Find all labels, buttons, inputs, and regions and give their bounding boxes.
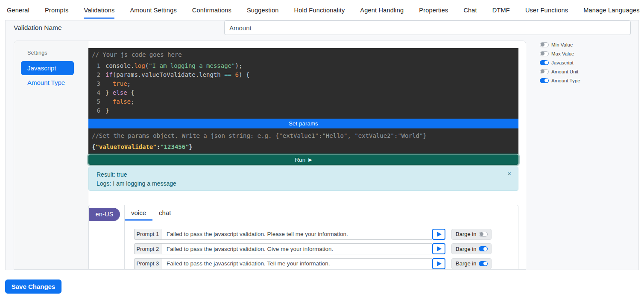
toggle-knob xyxy=(544,61,548,64)
switch-label: Min Value xyxy=(551,42,573,47)
result-text: Result: true xyxy=(97,170,505,179)
nav-tab-properties[interactable]: Properties xyxy=(419,0,448,20)
switch-max-value[interactable] xyxy=(540,51,549,56)
validation-name-input[interactable] xyxy=(224,20,631,35)
toggle-knob xyxy=(480,232,483,236)
play-prompt-button[interactable] xyxy=(432,258,445,269)
prompt-label: Prompt 1 xyxy=(134,229,161,240)
prompt-row: Prompt 3Barge in xyxy=(134,258,518,269)
set-params-button[interactable]: Set params xyxy=(88,119,518,128)
editor-placeholder-comment: // Your js code goes here xyxy=(92,50,515,59)
prompt-tab-voice[interactable]: voice xyxy=(125,205,152,221)
javascript-tab-content: // Your js code goes here 1console.log("… xyxy=(88,41,526,269)
prompt-tab-chat[interactable]: chat xyxy=(152,205,177,221)
line-number: 3 xyxy=(92,79,100,88)
barge-in-label: Barge in xyxy=(456,260,476,267)
prompt-input[interactable] xyxy=(161,258,432,269)
switch-row: Amount Type xyxy=(540,76,638,85)
prompt-label: Prompt 2 xyxy=(134,243,161,254)
switch-label: Max Value xyxy=(551,51,574,56)
alert-close-icon[interactable]: × xyxy=(507,170,511,178)
barge-in-group: Barge in xyxy=(451,258,492,269)
nav-tab-dtmf[interactable]: DTMF xyxy=(492,0,510,20)
settings-card: Settings JavascriptAmount Type // Your j… xyxy=(14,41,526,270)
run-play-icon: ▶ xyxy=(308,157,312,162)
sidebar-item-amount-type[interactable]: Amount Type xyxy=(21,78,74,87)
toggle-knob xyxy=(541,43,544,47)
language-badge[interactable]: en-US xyxy=(89,208,120,221)
sidebar-item-javascript[interactable]: Javascript xyxy=(21,61,74,75)
code-line-6: 6} xyxy=(92,106,515,115)
toggle-knob xyxy=(541,52,544,55)
line-number: 5 xyxy=(92,97,100,106)
switch-amount-type[interactable] xyxy=(540,78,549,83)
switch-row: Max Value xyxy=(540,49,638,58)
prompt-input[interactable] xyxy=(161,243,432,254)
nav-tab-confirmations[interactable]: Confirmations xyxy=(192,0,231,20)
nav-tab-general[interactable]: General xyxy=(7,0,29,20)
barge-in-group: Barge in xyxy=(451,229,492,240)
switch-javascript[interactable] xyxy=(540,60,549,65)
validation-switches-column: Min ValueMax ValueJavascriptAmount UnitA… xyxy=(526,40,638,270)
nav-tab-suggestion[interactable]: Suggestion xyxy=(247,0,279,20)
toggle-knob xyxy=(483,262,487,265)
prompt-label: Prompt 3 xyxy=(134,258,161,269)
top-tab-bar: GeneralPromptsValidationsAmount Settings… xyxy=(0,0,644,20)
play-prompt-button[interactable] xyxy=(432,243,445,254)
switch-amount-unit[interactable] xyxy=(540,69,549,74)
toggle-knob xyxy=(541,70,544,73)
params-json-line: {"valueToValidate":"123456"} xyxy=(92,143,515,151)
nav-tab-chat[interactable]: Chat xyxy=(463,0,477,20)
code-line-3: 3 true; xyxy=(92,79,515,88)
code-line-4: 4} else { xyxy=(92,88,515,97)
barge-in-toggle[interactable] xyxy=(479,246,488,251)
switch-row: Javascript xyxy=(540,58,638,67)
line-number: 4 xyxy=(92,88,100,97)
play-icon xyxy=(437,261,442,266)
barge-in-toggle[interactable] xyxy=(479,232,488,237)
play-prompt-button[interactable] xyxy=(432,229,445,240)
line-number: 2 xyxy=(92,70,100,79)
nav-tab-manage-languages[interactable]: Manage Languages xyxy=(583,0,639,20)
prompt-row: Prompt 1Barge in xyxy=(134,229,518,240)
logs-text: Logs: I am logging a message xyxy=(97,179,505,188)
switch-label: Javascript xyxy=(551,60,574,65)
line-number: 6 xyxy=(92,106,100,115)
barge-in-toggle[interactable] xyxy=(479,261,488,266)
barge-in-label: Barge in xyxy=(456,231,476,237)
line-number: 1 xyxy=(92,61,100,70)
switch-label: Amount Unit xyxy=(551,69,578,74)
switch-label: Amount Type xyxy=(551,78,580,83)
barge-in-group: Barge in xyxy=(451,243,492,254)
prompts-panel: en-US voicechat Prompt 1Barge inPrompt 2… xyxy=(88,205,518,270)
nav-tab-hold-functionality[interactable]: Hold Functionality xyxy=(294,0,345,20)
prompts-column: voicechat Prompt 1Barge inPrompt 2Barge … xyxy=(125,205,518,270)
nav-tab-prompts[interactable]: Prompts xyxy=(45,0,68,20)
nav-tab-user-functions[interactable]: User Functions xyxy=(525,0,568,20)
validation-name-label: Validation Name xyxy=(6,20,224,35)
switch-min-value[interactable] xyxy=(540,42,549,47)
js-code-editor[interactable]: // Your js code goes here 1console.log("… xyxy=(88,48,518,119)
run-button[interactable]: Run▶ xyxy=(88,154,518,165)
nav-tab-amount-settings[interactable]: Amount Settings xyxy=(130,0,176,20)
play-icon xyxy=(437,246,442,251)
code-line-1: 1console.log("I am logging a message"); xyxy=(92,61,515,70)
settings-sidebar: Settings JavascriptAmount Type xyxy=(14,41,88,269)
validation-name-row: Validation Name xyxy=(6,20,638,35)
code-line-5: 5 false; xyxy=(92,97,515,106)
run-button-label: Run xyxy=(295,157,305,163)
save-changes-button[interactable]: Save Changes xyxy=(5,280,61,294)
toggle-knob xyxy=(483,247,487,251)
sidebar-heading: Settings xyxy=(27,50,88,56)
switch-row: Min Value xyxy=(540,40,638,49)
barge-in-label: Barge in xyxy=(456,246,476,252)
code-line-2: 2if(params.valueToValidate.length == 6) … xyxy=(92,70,515,79)
main-row: Settings JavascriptAmount Type // Your j… xyxy=(6,41,638,270)
language-column: en-US xyxy=(89,205,125,270)
params-editor[interactable]: //Set the params object. Write a json st… xyxy=(88,128,518,154)
nav-tab-validations[interactable]: Validations xyxy=(84,0,114,20)
validation-settings-container: Validation Name Settings JavascriptAmoun… xyxy=(5,20,639,270)
prompt-input[interactable] xyxy=(161,229,432,240)
nav-tab-agent-handling[interactable]: Agent Handling xyxy=(360,0,404,20)
play-icon xyxy=(437,232,442,237)
